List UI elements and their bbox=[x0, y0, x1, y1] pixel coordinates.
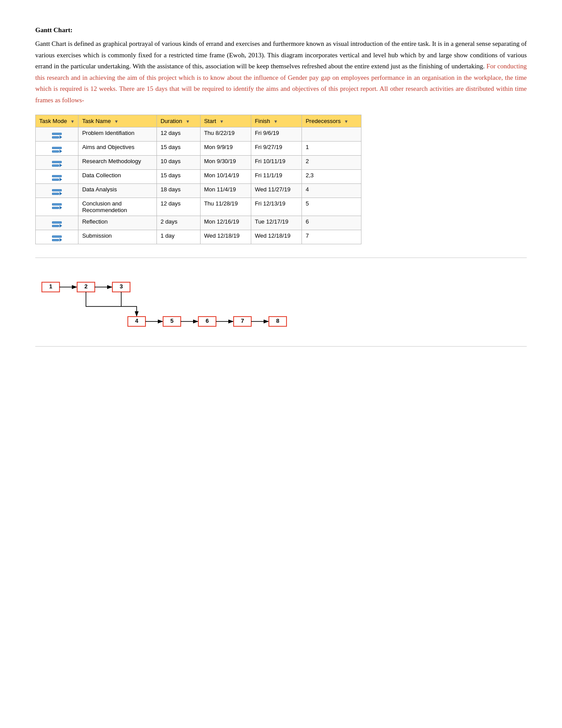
task-mode-cell bbox=[36, 216, 78, 230]
duration-cell: 15 days bbox=[157, 170, 201, 184]
finish-cell: Fri 10/11/19 bbox=[251, 156, 302, 170]
col-header-finish[interactable]: Finish ▼ bbox=[251, 115, 302, 127]
task-mode-icon bbox=[52, 161, 62, 167]
start-cell: Thu 8/22/19 bbox=[200, 127, 251, 142]
task-mode-icon bbox=[52, 235, 62, 242]
predecessors-cell: 7 bbox=[302, 230, 361, 244]
finish-cell: Fri 11/1/19 bbox=[251, 170, 302, 184]
start-cell: Mon 11/4/19 bbox=[200, 184, 251, 198]
body-paragraph-1: Gantt Chart is defined as graphical port… bbox=[35, 38, 527, 106]
table-row: Submission1 dayWed 12/18/19Wed 12/18/197 bbox=[36, 230, 361, 244]
predecessors-cell: 2 bbox=[302, 156, 361, 170]
start-cell: Mon 9/9/19 bbox=[200, 142, 251, 156]
node-2-label: 2 bbox=[84, 283, 87, 290]
start-cell: Wed 12/18/19 bbox=[200, 230, 251, 244]
task-mode-cell bbox=[36, 230, 78, 244]
task-mode-cell bbox=[36, 170, 78, 184]
table-row: Data Collection15 daysMon 10/14/19Fri 11… bbox=[36, 170, 361, 184]
table-row: Research Methodology10 daysMon 9/30/19Fr… bbox=[36, 156, 361, 170]
duration-cell: 15 days bbox=[157, 142, 201, 156]
task-name-cell: Submission bbox=[78, 230, 157, 244]
start-cell: Mon 10/14/19 bbox=[200, 170, 251, 184]
finish-cell: Fri 9/6/19 bbox=[251, 127, 302, 142]
task-mode-icon bbox=[52, 189, 62, 195]
task-name-cell: Research Methodology bbox=[78, 156, 157, 170]
table-row: Aims and Objectives15 daysMon 9/9/19Fri … bbox=[36, 142, 361, 156]
predecessors-cell bbox=[302, 127, 361, 142]
task-mode-icon bbox=[52, 147, 62, 153]
finish-cell: Fri 12/13/19 bbox=[251, 198, 302, 216]
task-name-cell: Problem Identifiation bbox=[78, 127, 157, 142]
gantt-table: Task Mode ▼ Task Name ▼ Duration ▼ Start… bbox=[35, 115, 361, 244]
duration-cell: 10 days bbox=[157, 156, 201, 170]
task-name-cell: Reflection bbox=[78, 216, 157, 230]
task-mode-icon bbox=[52, 175, 62, 181]
predecessors-cell: 5 bbox=[302, 198, 361, 216]
task-mode-cell bbox=[36, 198, 78, 216]
finish-cell: Wed 12/18/19 bbox=[251, 230, 302, 244]
node-4-label: 4 bbox=[135, 317, 138, 324]
node-3-label: 3 bbox=[119, 283, 123, 290]
task-name-cell: Conclusion andRecommendetion bbox=[78, 198, 157, 216]
task-mode-icon bbox=[52, 203, 62, 209]
col-header-start[interactable]: Start ▼ bbox=[200, 115, 251, 127]
task-name-cell: Data Analysis bbox=[78, 184, 157, 198]
table-row: Reflection2 daysMon 12/16/19Tue 12/17/19… bbox=[36, 216, 361, 230]
col-header-task-mode[interactable]: Task Mode ▼ bbox=[36, 115, 78, 127]
conn-2-4 bbox=[86, 292, 137, 317]
start-cell: Thu 11/28/19 bbox=[200, 198, 251, 216]
table-row: Problem Identifiation12 daysThu 8/22/19F… bbox=[36, 127, 361, 142]
predecessors-cell: 2,3 bbox=[302, 170, 361, 184]
task-name-cell: Aims and Objectives bbox=[78, 142, 157, 156]
node-5-label: 5 bbox=[170, 317, 173, 324]
finish-cell: Wed 11/27/19 bbox=[251, 184, 302, 198]
duration-cell: 1 day bbox=[157, 230, 201, 244]
predecessors-cell: 1 bbox=[302, 142, 361, 156]
task-mode-cell bbox=[36, 184, 78, 198]
task-mode-cell bbox=[36, 142, 78, 156]
finish-cell: Fri 9/27/19 bbox=[251, 142, 302, 156]
node-7-label: 7 bbox=[241, 317, 244, 324]
section-title: Gantt Chart: bbox=[35, 26, 527, 34]
task-mode-icon bbox=[52, 133, 62, 139]
col-header-predecessors[interactable]: Predecessors ▼ bbox=[302, 115, 361, 127]
col-header-task-name[interactable]: Task Name ▼ bbox=[78, 115, 157, 127]
duration-cell: 12 days bbox=[157, 198, 201, 216]
node-8-label: 8 bbox=[276, 317, 279, 324]
start-cell: Mon 12/16/19 bbox=[200, 216, 251, 230]
table-row: Conclusion andRecommendetion12 daysThu 1… bbox=[36, 198, 361, 216]
predecessors-cell: 4 bbox=[302, 184, 361, 198]
task-mode-icon bbox=[52, 221, 62, 228]
start-cell: Mon 9/30/19 bbox=[200, 156, 251, 170]
col-header-duration[interactable]: Duration ▼ bbox=[157, 115, 201, 127]
node-1-label: 1 bbox=[49, 283, 52, 290]
duration-cell: 12 days bbox=[157, 127, 201, 142]
table-row: Data Analysis18 daysMon 11/4/19Wed 11/27… bbox=[36, 184, 361, 198]
predecessors-cell: 6 bbox=[302, 216, 361, 230]
duration-cell: 2 days bbox=[157, 216, 201, 230]
task-mode-cell bbox=[36, 156, 78, 170]
network-diagram: 1 2 3 4 5 6 7 bbox=[35, 258, 527, 347]
finish-cell: Tue 12/17/19 bbox=[251, 216, 302, 230]
task-name-cell: Data Collection bbox=[78, 170, 157, 184]
task-mode-cell bbox=[36, 127, 78, 142]
duration-cell: 18 days bbox=[157, 184, 201, 198]
node-6-label: 6 bbox=[205, 317, 208, 324]
